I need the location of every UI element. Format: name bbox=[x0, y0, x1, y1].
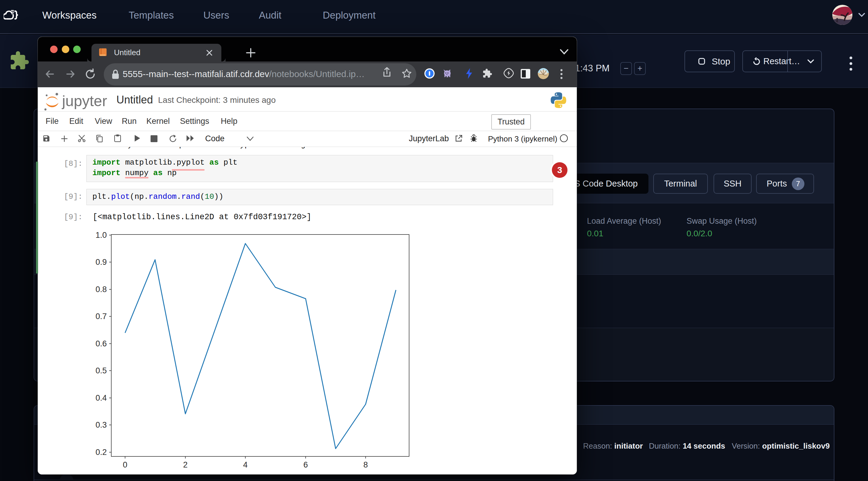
svg-text:0: 0 bbox=[123, 460, 127, 469]
svg-text:0.2: 0.2 bbox=[95, 448, 107, 457]
svg-text:0.8: 0.8 bbox=[95, 285, 107, 294]
svg-text:0.4: 0.4 bbox=[95, 393, 107, 403]
svg-text:0.6: 0.6 bbox=[95, 339, 107, 348]
svg-text:2: 2 bbox=[183, 460, 187, 469]
svg-text:8: 8 bbox=[363, 460, 368, 469]
svg-text:6: 6 bbox=[303, 460, 308, 469]
svg-text:0.3: 0.3 bbox=[95, 420, 107, 429]
svg-text:4: 4 bbox=[243, 460, 247, 469]
svg-text:1.0: 1.0 bbox=[95, 231, 107, 239]
svg-text:0.5: 0.5 bbox=[95, 366, 107, 375]
svg-text:0.9: 0.9 bbox=[95, 258, 107, 266]
svg-text:0.7: 0.7 bbox=[95, 312, 107, 321]
